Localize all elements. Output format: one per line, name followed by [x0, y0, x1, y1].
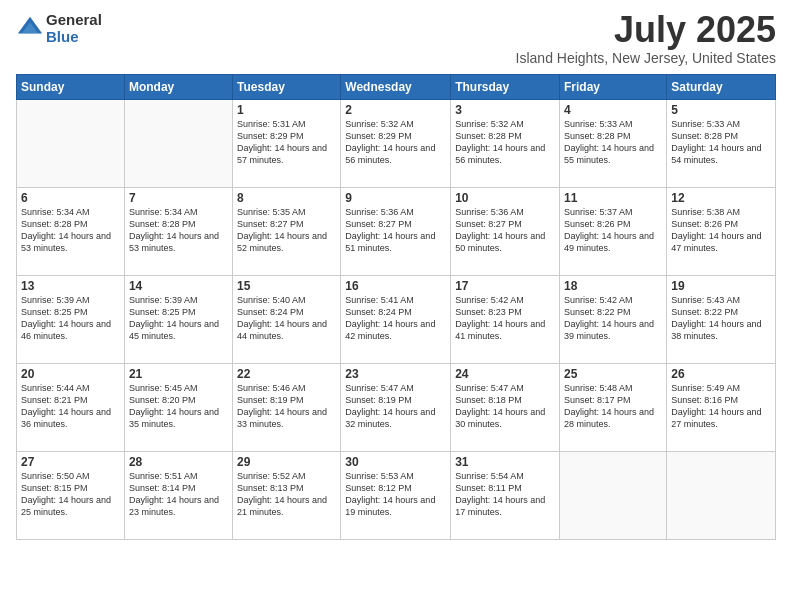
- day-number: 20: [21, 367, 120, 381]
- table-row: 18Sunrise: 5:42 AMSunset: 8:22 PMDayligh…: [560, 276, 667, 364]
- header-friday: Friday: [560, 75, 667, 100]
- day-number: 24: [455, 367, 555, 381]
- day-number: 2: [345, 103, 446, 117]
- day-number: 21: [129, 367, 228, 381]
- table-row: 15Sunrise: 5:40 AMSunset: 8:24 PMDayligh…: [233, 276, 341, 364]
- table-row: 20Sunrise: 5:44 AMSunset: 8:21 PMDayligh…: [17, 364, 125, 452]
- header-monday: Monday: [124, 75, 232, 100]
- day-number: 3: [455, 103, 555, 117]
- table-row: 14Sunrise: 5:39 AMSunset: 8:25 PMDayligh…: [124, 276, 232, 364]
- table-row: 22Sunrise: 5:46 AMSunset: 8:19 PMDayligh…: [233, 364, 341, 452]
- table-row: [560, 452, 667, 540]
- day-number: 25: [564, 367, 662, 381]
- day-info: Sunrise: 5:44 AMSunset: 8:21 PMDaylight:…: [21, 382, 120, 431]
- calendar-week-row: 27Sunrise: 5:50 AMSunset: 8:15 PMDayligh…: [17, 452, 776, 540]
- table-row: [17, 100, 125, 188]
- day-number: 31: [455, 455, 555, 469]
- title-location: Island Heights, New Jersey, United State…: [516, 50, 776, 66]
- day-info: Sunrise: 5:49 AMSunset: 8:16 PMDaylight:…: [671, 382, 771, 431]
- day-number: 28: [129, 455, 228, 469]
- day-info: Sunrise: 5:42 AMSunset: 8:23 PMDaylight:…: [455, 294, 555, 343]
- day-number: 19: [671, 279, 771, 293]
- table-row: 19Sunrise: 5:43 AMSunset: 8:22 PMDayligh…: [667, 276, 776, 364]
- day-info: Sunrise: 5:46 AMSunset: 8:19 PMDaylight:…: [237, 382, 336, 431]
- day-number: 30: [345, 455, 446, 469]
- table-row: 17Sunrise: 5:42 AMSunset: 8:23 PMDayligh…: [451, 276, 560, 364]
- day-number: 6: [21, 191, 120, 205]
- table-row: 11Sunrise: 5:37 AMSunset: 8:26 PMDayligh…: [560, 188, 667, 276]
- title-block: July 2025 Island Heights, New Jersey, Un…: [516, 12, 776, 66]
- day-info: Sunrise: 5:37 AMSunset: 8:26 PMDaylight:…: [564, 206, 662, 255]
- day-number: 10: [455, 191, 555, 205]
- calendar-header-row: Sunday Monday Tuesday Wednesday Thursday…: [17, 75, 776, 100]
- calendar-week-row: 13Sunrise: 5:39 AMSunset: 8:25 PMDayligh…: [17, 276, 776, 364]
- day-info: Sunrise: 5:48 AMSunset: 8:17 PMDaylight:…: [564, 382, 662, 431]
- table-row: 5Sunrise: 5:33 AMSunset: 8:28 PMDaylight…: [667, 100, 776, 188]
- day-number: 9: [345, 191, 446, 205]
- header-sunday: Sunday: [17, 75, 125, 100]
- day-info: Sunrise: 5:33 AMSunset: 8:28 PMDaylight:…: [564, 118, 662, 167]
- day-info: Sunrise: 5:34 AMSunset: 8:28 PMDaylight:…: [129, 206, 228, 255]
- header-thursday: Thursday: [451, 75, 560, 100]
- table-row: [667, 452, 776, 540]
- day-number: 27: [21, 455, 120, 469]
- day-info: Sunrise: 5:47 AMSunset: 8:18 PMDaylight:…: [455, 382, 555, 431]
- table-row: 3Sunrise: 5:32 AMSunset: 8:28 PMDaylight…: [451, 100, 560, 188]
- header: General Blue July 2025 Island Heights, N…: [16, 12, 776, 66]
- logo: General Blue: [16, 12, 102, 45]
- day-info: Sunrise: 5:34 AMSunset: 8:28 PMDaylight:…: [21, 206, 120, 255]
- day-info: Sunrise: 5:47 AMSunset: 8:19 PMDaylight:…: [345, 382, 446, 431]
- logo-general-label: General: [46, 12, 102, 29]
- calendar-table: Sunday Monday Tuesday Wednesday Thursday…: [16, 74, 776, 540]
- day-info: Sunrise: 5:33 AMSunset: 8:28 PMDaylight:…: [671, 118, 771, 167]
- day-number: 5: [671, 103, 771, 117]
- day-info: Sunrise: 5:39 AMSunset: 8:25 PMDaylight:…: [21, 294, 120, 343]
- day-info: Sunrise: 5:32 AMSunset: 8:29 PMDaylight:…: [345, 118, 446, 167]
- calendar-week-row: 6Sunrise: 5:34 AMSunset: 8:28 PMDaylight…: [17, 188, 776, 276]
- day-info: Sunrise: 5:42 AMSunset: 8:22 PMDaylight:…: [564, 294, 662, 343]
- header-wednesday: Wednesday: [341, 75, 451, 100]
- day-number: 4: [564, 103, 662, 117]
- table-row: 30Sunrise: 5:53 AMSunset: 8:12 PMDayligh…: [341, 452, 451, 540]
- table-row: 28Sunrise: 5:51 AMSunset: 8:14 PMDayligh…: [124, 452, 232, 540]
- day-info: Sunrise: 5:50 AMSunset: 8:15 PMDaylight:…: [21, 470, 120, 519]
- day-number: 22: [237, 367, 336, 381]
- day-info: Sunrise: 5:38 AMSunset: 8:26 PMDaylight:…: [671, 206, 771, 255]
- header-saturday: Saturday: [667, 75, 776, 100]
- day-info: Sunrise: 5:36 AMSunset: 8:27 PMDaylight:…: [455, 206, 555, 255]
- day-info: Sunrise: 5:31 AMSunset: 8:29 PMDaylight:…: [237, 118, 336, 167]
- table-row: 9Sunrise: 5:36 AMSunset: 8:27 PMDaylight…: [341, 188, 451, 276]
- logo-blue-label: Blue: [46, 29, 102, 46]
- table-row: 6Sunrise: 5:34 AMSunset: 8:28 PMDaylight…: [17, 188, 125, 276]
- table-row: 31Sunrise: 5:54 AMSunset: 8:11 PMDayligh…: [451, 452, 560, 540]
- day-number: 26: [671, 367, 771, 381]
- table-row: 13Sunrise: 5:39 AMSunset: 8:25 PMDayligh…: [17, 276, 125, 364]
- day-info: Sunrise: 5:40 AMSunset: 8:24 PMDaylight:…: [237, 294, 336, 343]
- day-info: Sunrise: 5:39 AMSunset: 8:25 PMDaylight:…: [129, 294, 228, 343]
- day-info: Sunrise: 5:51 AMSunset: 8:14 PMDaylight:…: [129, 470, 228, 519]
- calendar-week-row: 20Sunrise: 5:44 AMSunset: 8:21 PMDayligh…: [17, 364, 776, 452]
- table-row: 24Sunrise: 5:47 AMSunset: 8:18 PMDayligh…: [451, 364, 560, 452]
- table-row: 4Sunrise: 5:33 AMSunset: 8:28 PMDaylight…: [560, 100, 667, 188]
- table-row: 16Sunrise: 5:41 AMSunset: 8:24 PMDayligh…: [341, 276, 451, 364]
- header-tuesday: Tuesday: [233, 75, 341, 100]
- day-info: Sunrise: 5:36 AMSunset: 8:27 PMDaylight:…: [345, 206, 446, 255]
- day-number: 18: [564, 279, 662, 293]
- day-info: Sunrise: 5:43 AMSunset: 8:22 PMDaylight:…: [671, 294, 771, 343]
- day-number: 16: [345, 279, 446, 293]
- day-info: Sunrise: 5:53 AMSunset: 8:12 PMDaylight:…: [345, 470, 446, 519]
- day-number: 17: [455, 279, 555, 293]
- table-row: 2Sunrise: 5:32 AMSunset: 8:29 PMDaylight…: [341, 100, 451, 188]
- day-info: Sunrise: 5:45 AMSunset: 8:20 PMDaylight:…: [129, 382, 228, 431]
- table-row: 8Sunrise: 5:35 AMSunset: 8:27 PMDaylight…: [233, 188, 341, 276]
- table-row: 27Sunrise: 5:50 AMSunset: 8:15 PMDayligh…: [17, 452, 125, 540]
- title-month: July 2025: [516, 12, 776, 48]
- day-info: Sunrise: 5:54 AMSunset: 8:11 PMDaylight:…: [455, 470, 555, 519]
- day-info: Sunrise: 5:41 AMSunset: 8:24 PMDaylight:…: [345, 294, 446, 343]
- day-number: 29: [237, 455, 336, 469]
- day-number: 1: [237, 103, 336, 117]
- table-row: 10Sunrise: 5:36 AMSunset: 8:27 PMDayligh…: [451, 188, 560, 276]
- table-row: 12Sunrise: 5:38 AMSunset: 8:26 PMDayligh…: [667, 188, 776, 276]
- day-info: Sunrise: 5:32 AMSunset: 8:28 PMDaylight:…: [455, 118, 555, 167]
- day-number: 12: [671, 191, 771, 205]
